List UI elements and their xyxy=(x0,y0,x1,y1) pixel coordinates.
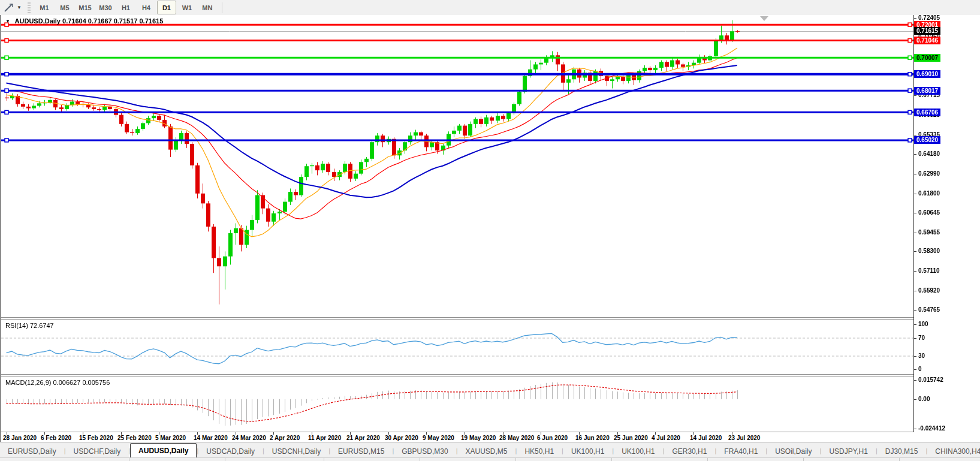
symbol-dropdown-icon[interactable]: ▼ xyxy=(5,19,10,24)
symbol-tab-GER30-H1[interactable]: GER30,H1 xyxy=(664,445,714,458)
timeframe-buttons: M1M5M15M30H1H4D1W1MN xyxy=(34,1,218,14)
price-tick-label: 0.60645 xyxy=(918,209,940,216)
strip-divider xyxy=(515,458,516,461)
timeframe-button-M1[interactable]: M1 xyxy=(35,1,54,14)
toolbar-grip xyxy=(28,2,31,13)
price-tick-label: 0.59455 xyxy=(918,229,940,236)
date-tick-label: 28 Jan 2020 xyxy=(3,435,37,441)
symbol-tab-FRA40-H1[interactable]: FRA40,H1 xyxy=(716,445,765,458)
date-tick-label: 6 Feb 2020 xyxy=(41,435,71,441)
date-tick-label: 16 Jun 2020 xyxy=(575,435,610,441)
macd-tick-label: -0.024412 xyxy=(918,425,945,432)
price-tick-label: 0.64180 xyxy=(918,150,940,157)
symbol-tab-AUDUSD-Daily[interactable]: AUDUSD,Daily xyxy=(130,443,197,458)
timeframe-button-D1[interactable]: D1 xyxy=(157,1,176,14)
rsi-tick-label: 0 xyxy=(918,366,922,372)
rsi-tick-label: 30 xyxy=(918,352,925,359)
hline-price-label: 0.65020 xyxy=(914,136,940,144)
chart-window: ▼ AUDUSD,Daily 0.71604 0.71667 0.71517 0… xyxy=(0,15,980,442)
price-tick-label: 0.72405 xyxy=(918,14,940,21)
strip-divider xyxy=(420,458,420,461)
chart-title: ▼ AUDUSD,Daily 0.71604 0.71667 0.71517 0… xyxy=(5,17,163,25)
toolbar-separator xyxy=(222,2,222,13)
macd-tick xyxy=(913,429,916,429)
tool-dropdown-icon[interactable]: ▼ xyxy=(17,5,22,10)
price-tick xyxy=(913,291,916,291)
symbol-tab-DJ30-M15[interactable]: DJ30,M15 xyxy=(878,445,926,458)
date-tick-label: 25 Jun 2020 xyxy=(614,435,648,441)
timeframe-button-M5[interactable]: M5 xyxy=(55,1,74,14)
timeframe-toolbar: ▼ M1M5M15M30H1H4D1W1MN xyxy=(0,0,980,16)
symbol-tab-USOil-Daily[interactable]: USOil,Daily xyxy=(767,445,819,458)
date-tick-label: 21 Apr 2020 xyxy=(346,435,380,441)
price-tick-label: 0.54765 xyxy=(918,306,940,313)
timeframe-button-H4[interactable]: H4 xyxy=(137,1,156,14)
symbol-tab-GBPUSD-M30[interactable]: GBPUSD,M30 xyxy=(394,445,456,458)
rsi-tick xyxy=(913,369,916,370)
date-tick-label: 14 Jul 2020 xyxy=(690,435,722,441)
date-tick-label: 30 Apr 2020 xyxy=(385,435,418,441)
symbol-tab-USDCAD-Daily[interactable]: USDCAD,Daily xyxy=(198,445,263,458)
price-tick xyxy=(913,194,916,194)
date-tick-label: 5 Mar 2020 xyxy=(155,435,186,441)
macd-tick xyxy=(913,380,916,381)
price-tick-label: 0.55920 xyxy=(918,287,940,294)
date-tick-label: 6 Jun 2020 xyxy=(537,435,568,441)
rsi-tick xyxy=(913,338,916,339)
mt4-terminal: ▼ M1M5M15M30H1H4D1W1MN ▼ AUDUSD,Daily 0.… xyxy=(0,0,980,461)
date-tick-label: 19 May 2020 xyxy=(461,435,496,441)
symbol-tab-XAUUSD-M5[interactable]: XAUUSD,M5 xyxy=(458,445,515,458)
date-tick-label: 28 May 2020 xyxy=(499,435,534,441)
price-tick-label: 0.62990 xyxy=(918,170,940,177)
timeframe-button-MN[interactable]: MN xyxy=(198,1,217,14)
timeframe-button-M15[interactable]: M15 xyxy=(76,1,95,14)
price-tick xyxy=(913,18,916,19)
rsi-tick-label: 70 xyxy=(918,335,925,341)
chart-shift-marker[interactable] xyxy=(760,16,768,21)
strip-divider xyxy=(899,458,900,461)
strip-divider xyxy=(707,458,708,461)
symbol-tab-HK50-H1[interactable]: HK50,H1 xyxy=(517,445,562,458)
rsi-tick-label: 100 xyxy=(918,321,928,327)
hline-price-label: 0.69010 xyxy=(914,70,940,78)
symbol-tab-UK100-H1[interactable]: UK100,H1 xyxy=(563,445,612,458)
macd-tick xyxy=(913,399,916,400)
price-tick xyxy=(913,233,916,233)
main-chart-canvas[interactable] xyxy=(1,15,913,320)
symbol-tab-USDJPY-H1[interactable]: USDJPY,H1 xyxy=(821,445,875,458)
macd-tick-label: 0.00 xyxy=(918,396,930,402)
date-tick-label: 15 Feb 2020 xyxy=(79,435,113,441)
hline-price-label: 0.68017 xyxy=(914,87,940,95)
strip-divider xyxy=(324,458,324,461)
symbol-tab-EURUSD-M15[interactable]: EURUSD,M15 xyxy=(330,445,392,458)
date-tick-label: 4 Jul 2020 xyxy=(652,435,680,441)
price-tick-label: 0.57110 xyxy=(918,267,940,274)
symbol-tab-UK100-H1[interactable]: UK100,H1 xyxy=(614,445,662,458)
price-tick xyxy=(913,251,916,252)
date-tick-label: 14 Mar 2020 xyxy=(194,435,228,441)
chart-tab-bar: EURUSD,Daily|USDCHF,Daily|AUDUSD,Daily|U… xyxy=(0,442,980,458)
rsi-tick xyxy=(913,324,916,325)
timeframe-button-W1[interactable]: W1 xyxy=(177,1,197,14)
rsi-canvas[interactable] xyxy=(1,320,913,375)
date-tick-label: 23 Jul 2020 xyxy=(728,435,760,441)
symbol-tab-CHINA300-H4[interactable]: CHINA300,H4 xyxy=(927,445,980,458)
symbol-tab-USDCHF-Daily[interactable]: USDCHF,Daily xyxy=(66,445,129,458)
hline-price-label: 0.71046 xyxy=(914,37,940,44)
price-tick xyxy=(913,135,916,135)
rsi-indicator-label: RSI(14) 72.6747 xyxy=(5,322,54,329)
line-tool-icon[interactable] xyxy=(1,2,17,14)
price-tick xyxy=(913,154,916,155)
date-axis[interactable]: 28 Jan 20206 Feb 202015 Feb 202025 Feb 2… xyxy=(1,432,913,442)
date-tick-label: 9 May 2020 xyxy=(423,435,454,441)
macd-canvas[interactable] xyxy=(1,376,913,432)
price-tick xyxy=(913,310,916,311)
timeframe-button-H1[interactable]: H1 xyxy=(116,1,135,14)
strip-divider xyxy=(225,458,225,461)
date-tick-label: 11 Apr 2020 xyxy=(308,435,341,441)
strip-divider xyxy=(129,458,129,461)
symbol-tab-EURUSD-Daily[interactable]: EURUSD,Daily xyxy=(0,445,64,458)
timeframe-button-M30[interactable]: M30 xyxy=(96,1,115,14)
symbol-tab-USDCNH-Daily[interactable]: USDCNH,Daily xyxy=(264,445,328,458)
strip-divider xyxy=(611,458,612,461)
